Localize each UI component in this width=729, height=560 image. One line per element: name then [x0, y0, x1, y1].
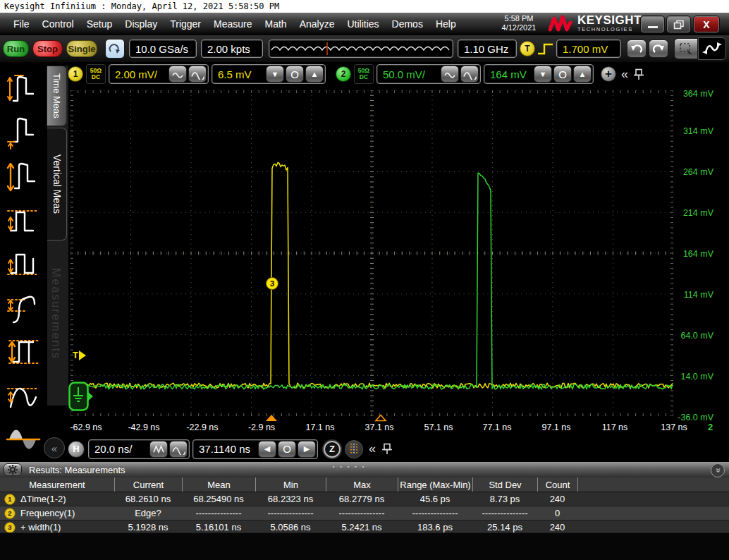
meas-icon-sine-amplitude[interactable] — [3, 375, 44, 416]
waveform-strip-icon — [269, 40, 451, 57]
menu-display[interactable]: Display — [118, 18, 164, 30]
single-button[interactable]: Single — [66, 40, 97, 57]
clock: 5:58 PM 4/12/2021 — [494, 14, 544, 32]
channel1-scale-decrease-button[interactable] — [169, 66, 187, 83]
scope-display[interactable]: 3 — [71, 90, 673, 416]
channel2-scale[interactable]: 50.0 mV/ — [383, 68, 439, 80]
horizontal-zoom-out-button[interactable] — [169, 441, 188, 458]
trigger-edge-icon[interactable] — [537, 41, 555, 56]
maximize-button[interactable] — [666, 16, 691, 33]
channel2-scale-increase-button[interactable] — [460, 66, 479, 83]
channel2-offset-down-button[interactable]: ▼ — [534, 66, 552, 83]
menu-setup[interactable]: Setup — [80, 18, 119, 30]
menu-trigger[interactable]: Trigger — [164, 18, 207, 30]
horizontal-position[interactable]: 37.1140 ns — [199, 443, 257, 455]
meas-icon-v-base[interactable] — [3, 111, 44, 152]
trigger-arrow-icon — [79, 351, 86, 360]
channel2-coupling[interactable]: 50Ω DC — [354, 64, 374, 84]
horizontal-button[interactable]: H — [68, 441, 85, 458]
channel2-offset[interactable]: 164 mV — [490, 68, 532, 80]
pan-waveform-button[interactable] — [698, 37, 726, 60]
channel2-offset-zero-button[interactable]: O — [553, 66, 572, 83]
undo-button[interactable] — [627, 39, 647, 58]
trigger-level-display[interactable]: 1.700 mV — [556, 39, 621, 58]
menu-help[interactable]: Help — [429, 18, 462, 30]
channel1-scale[interactable]: 2.00 mV/ — [115, 68, 167, 80]
channel1-offset-up-button[interactable]: ▲ — [305, 66, 324, 83]
hbar-collapse-button[interactable]: « — [369, 442, 376, 456]
touch-button[interactable] — [105, 39, 125, 59]
channel1-coupling[interactable]: 50Ω DC — [86, 64, 106, 84]
channel2-ground-marker[interactable] — [68, 382, 94, 414]
time-reference-marker-icon[interactable] — [374, 414, 387, 422]
close-button[interactable]: X — [693, 16, 720, 33]
table-row[interactable]: 1ΔTime(1-2) 68.2610 ns 68.25490 ns 68.23… — [0, 492, 729, 506]
menu-utilities[interactable]: Utilities — [341, 18, 385, 30]
col-stddev: Std Dev — [472, 477, 537, 492]
meas-icon-v-upper[interactable] — [3, 288, 44, 329]
large-wave-icon — [190, 68, 204, 80]
close-icon: X — [703, 19, 709, 30]
position-right-button[interactable]: ▶ — [298, 441, 316, 458]
menu-math[interactable]: Math — [259, 18, 293, 30]
channel-bar-collapse-button[interactable]: « — [621, 67, 628, 82]
add-channel-button[interactable]: + — [601, 66, 616, 82]
menu-measure[interactable]: Measure — [207, 18, 258, 30]
channel1-offset-zero-button[interactable]: O — [286, 66, 304, 83]
stop-button[interactable]: Stop — [32, 40, 63, 57]
channel2-button[interactable]: 2 — [336, 66, 351, 82]
brand-sub: TECHNOLOGIES — [577, 26, 642, 32]
results-settings-button[interactable] — [4, 463, 22, 476]
minimize-button[interactable] — [640, 16, 665, 33]
y-tick-label: 164 mV — [671, 249, 713, 259]
meas-icon-v-max[interactable] — [3, 200, 44, 241]
panel-drag-handle[interactable]: ▪ ▪ ▪ ▪ ▪ — [333, 464, 366, 469]
bandwidth-display[interactable]: 1.10 GHz — [458, 39, 517, 58]
panel-collapse-button[interactable]: « — [44, 437, 65, 458]
menu-demos[interactable]: Demos — [386, 18, 429, 30]
menu-file[interactable]: File — [7, 18, 36, 30]
results-collapse-button[interactable]: « — [711, 463, 725, 477]
horizontal-zoom-in-button[interactable] — [149, 441, 168, 458]
window-title: Keysight Infiniium : Monday, April 12, 2… — [0, 0, 729, 13]
channel1-button[interactable]: 1 — [68, 66, 83, 82]
pin-icon[interactable] — [381, 443, 392, 455]
markers-button[interactable] — [345, 440, 363, 458]
channel2-offset-up-button[interactable]: ▲ — [573, 66, 592, 83]
zoom-mode-button[interactable]: Z — [324, 441, 341, 458]
sample-rate-display[interactable]: 10.0 GSa/s — [129, 39, 197, 58]
meas-icon-v-top[interactable] — [3, 68, 44, 109]
menu-analyze[interactable]: Analyze — [293, 18, 341, 30]
channel1-offset[interactable]: 6.5 mV — [218, 68, 264, 80]
trigger-time-marker-icon[interactable] — [266, 415, 277, 421]
wide-wave-icon — [171, 444, 185, 455]
tab-time-meas[interactable]: Time Meas — [47, 66, 67, 126]
horizontal-scale[interactable]: 20.0 ns/ — [94, 443, 148, 455]
channel2-scale-decrease-button[interactable] — [441, 66, 459, 83]
results-title: Results: Measurements — [29, 465, 125, 475]
brand-name: KEYSIGHT — [577, 15, 642, 26]
tab-vertical-meas[interactable]: Vertical Meas — [47, 128, 67, 241]
memory-depth-display[interactable]: 2.00 kpts — [201, 39, 263, 58]
meas-icon-v-min[interactable] — [3, 244, 44, 285]
channel1-offset-down-button[interactable]: ▼ — [266, 66, 284, 83]
pin-icon[interactable] — [633, 68, 644, 80]
acquisition-waveform-strip[interactable] — [269, 39, 453, 58]
run-button[interactable]: Run — [3, 40, 29, 57]
position-left-button[interactable]: ◀ — [258, 441, 276, 458]
y-tick-label: 114 mV — [671, 290, 713, 300]
meas-icon-v-amplitude[interactable] — [3, 155, 44, 196]
table-row[interactable]: 2Frequency(1) Edge? --------------- ----… — [0, 506, 729, 521]
trigger-level-marker[interactable]: T — [73, 350, 86, 360]
meas-icon-v-pp[interactable] — [3, 331, 44, 372]
region-select-icon — [678, 42, 694, 56]
redo-button[interactable] — [649, 39, 668, 58]
menu-control[interactable]: Control — [36, 18, 80, 30]
trigger-button[interactable]: T — [520, 41, 535, 56]
measurement-marker-3[interactable]: 3 — [266, 277, 278, 290]
channel1-scale-increase-button[interactable] — [188, 66, 207, 83]
position-zero-button[interactable]: O — [278, 441, 296, 458]
zoom-region-button[interactable] — [674, 38, 698, 59]
x-tick-label: 17.1 ns — [290, 422, 350, 432]
curved-arrow-icon — [109, 43, 121, 54]
